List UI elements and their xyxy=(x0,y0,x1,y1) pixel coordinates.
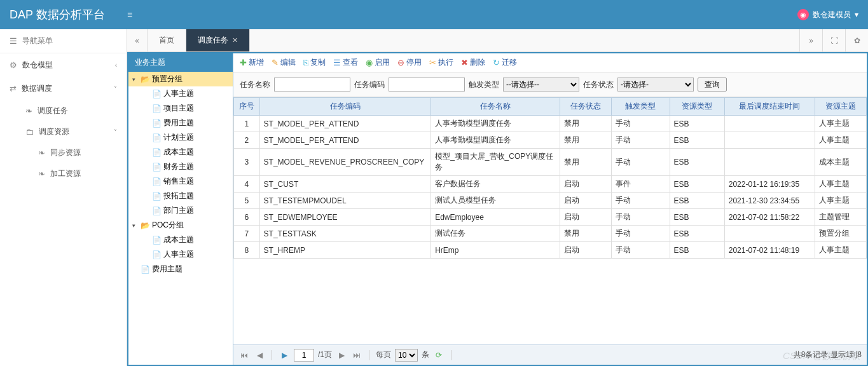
cell: 禁用 xyxy=(560,116,612,132)
fullscreen-icon[interactable]: ⛶ xyxy=(822,29,845,51)
cell: 主题管理 xyxy=(815,209,866,226)
menu-toggle-icon[interactable]: ≡ xyxy=(127,10,140,20)
nav-sub-tasks[interactable]: ❧ 调度任务 xyxy=(0,100,127,121)
cell: ESB xyxy=(670,209,724,226)
table-row[interactable]: 8ST_HREMPHrEmp启动手动ESB2021-07-02 11:48:19… xyxy=(234,242,867,259)
tree-node[interactable]: 📄项目主题 xyxy=(128,101,233,116)
migrate-icon: ↻ xyxy=(493,58,500,67)
task-name-input[interactable] xyxy=(274,78,350,92)
page-prev[interactable]: ◀ xyxy=(254,349,265,361)
tree-node[interactable]: 📄计划主题 xyxy=(128,130,233,145)
table-row[interactable]: 2ST_MODEL_PER_ATTEND人事考勤模型调度任务禁用手动ESB人事主… xyxy=(234,132,867,149)
nav-sub-label: 调度任务 xyxy=(38,105,68,116)
page-last[interactable]: ⏭ xyxy=(351,349,362,361)
pager: ⏮ ◀ ▶ /1页 ▶ ⏭ 每页 10 条 ⟳ 共8条记录,显示1到8 xyxy=(233,344,867,365)
cell: 人事考勤模型调度任务 xyxy=(431,116,560,132)
table-row[interactable]: 4ST_CUST客户数据任务启动事件ESB2022-01-12 16:19:35… xyxy=(234,176,867,193)
cell: 事件 xyxy=(612,176,670,193)
user-name: 数仓建模员 xyxy=(813,10,851,20)
tab-close-icon[interactable]: ✕ xyxy=(232,36,238,44)
cell: ST_HREMP xyxy=(259,242,431,259)
tree-node[interactable]: 📄投拓主题 xyxy=(128,189,233,203)
nav-item-model[interactable]: ⚙ 数仓模型 ‹ xyxy=(0,53,127,77)
pencil-icon: ✎ xyxy=(272,58,279,67)
file-icon: 📄 xyxy=(152,148,162,157)
tree-node[interactable]: 📄人事主题 xyxy=(128,247,233,262)
refresh-icon[interactable]: ⟳ xyxy=(433,349,444,361)
add-button[interactable]: ✚新增 xyxy=(240,57,264,68)
nav-subsub-proc[interactable]: ❧ 加工资源 xyxy=(0,163,127,184)
tree-node[interactable]: 📄部门主题 xyxy=(128,203,233,218)
tab-scroll-left[interactable]: « xyxy=(127,29,148,51)
cogs-icon: ⚙ xyxy=(10,60,17,70)
col-header[interactable]: 最后调度结束时间 xyxy=(724,98,815,116)
edit-button[interactable]: ✎编辑 xyxy=(272,57,296,68)
tree-node[interactable]: 📄费用主题 xyxy=(128,116,233,130)
exec-button[interactable]: ✂执行 xyxy=(429,57,453,68)
col-header[interactable]: 任务状态 xyxy=(560,98,612,116)
action-toolbar: ✚新增 ✎编辑 ⎘复制 ☰查看 ◉启用 ⊖停用 ✂执行 ✖删除 ↻迁移 xyxy=(233,53,867,72)
migrate-button[interactable]: ↻迁移 xyxy=(493,57,517,68)
folder-icon: 🗀 xyxy=(25,127,34,137)
nav-title-label: 导航菜单 xyxy=(22,36,53,46)
page-next[interactable]: ▶ xyxy=(336,349,347,361)
delete-button[interactable]: ✖删除 xyxy=(461,57,485,68)
col-header[interactable]: 触发类型 xyxy=(612,98,670,116)
view-button[interactable]: ☰查看 xyxy=(333,57,358,68)
query-button[interactable]: 查询 xyxy=(698,78,727,92)
cell: ST_CUST xyxy=(259,176,431,193)
cell: ESB xyxy=(670,193,724,209)
table-row[interactable]: 3ST_MODEL_REVENUE_PROSCREEN_COPY模型_项目大屏_… xyxy=(234,149,867,176)
table-row[interactable]: 1ST_MODEL_PER_ATTEND人事考勤模型调度任务禁用手动ESB人事主… xyxy=(234,116,867,132)
tab-active[interactable]: 调度任务 ✕ xyxy=(186,29,250,51)
page-input[interactable] xyxy=(294,349,314,362)
cell: 人事考勤模型调度任务 xyxy=(431,132,560,149)
tree-node[interactable]: ▾📂POC分组 xyxy=(128,218,233,233)
disable-button[interactable]: ⊖停用 xyxy=(397,57,422,68)
trigger-select[interactable]: --请选择-- xyxy=(503,78,579,92)
status-select[interactable]: -请选择- xyxy=(617,78,694,92)
col-header[interactable]: 序号 xyxy=(234,98,260,116)
col-header[interactable]: 资源主题 xyxy=(815,98,866,116)
copy-button[interactable]: ⎘复制 xyxy=(303,57,326,68)
header-user[interactable]: ◉ 数仓建模员 ▾ xyxy=(797,9,868,20)
table-row[interactable]: 7ST_TESTTASK测试任务禁用手动ESB预置分组 xyxy=(234,226,867,242)
cell: ESB xyxy=(670,149,724,176)
tree-node[interactable]: ▾📂预置分组 xyxy=(128,72,233,86)
col-header[interactable]: 任务名称 xyxy=(431,98,560,116)
nav-subsub-sync[interactable]: ❧ 同步资源 xyxy=(0,142,127,163)
cell xyxy=(724,132,815,149)
page-first[interactable]: ⏮ xyxy=(238,349,250,361)
enable-button[interactable]: ◉启用 xyxy=(366,57,390,68)
tree-node[interactable]: 📄销售主题 xyxy=(128,174,233,189)
col-header[interactable]: 资源类型 xyxy=(670,98,724,116)
cell: 手动 xyxy=(612,209,670,226)
tree-node[interactable]: 📄成本主题 xyxy=(128,233,233,247)
tab-home[interactable]: 首页 xyxy=(148,29,186,51)
per-page-select[interactable]: 10 xyxy=(395,349,418,362)
tree-node[interactable]: 📄人事主题 xyxy=(128,86,233,101)
table-row[interactable]: 5ST_TESTEMPMOUDEL测试人员模型任务启动手动ESB2021-12-… xyxy=(234,193,867,209)
task-code-input[interactable] xyxy=(389,78,465,92)
tree-node[interactable]: 📄成本主题 xyxy=(128,145,233,159)
cell: ESB xyxy=(670,226,724,242)
page-go[interactable]: ▶ xyxy=(279,349,290,361)
leaf-icon: ❧ xyxy=(38,148,45,158)
tree-label: 预置分组 xyxy=(152,74,183,85)
tree-label: 部门主题 xyxy=(163,205,194,216)
nav-item-schedule[interactable]: ⇄ 数据调度 ˅ xyxy=(0,77,127,100)
tree-label: 成本主题 xyxy=(163,234,194,245)
tree-label: 人事主题 xyxy=(163,249,194,260)
nav-sub-resources[interactable]: 🗀 调度资源 ˅ xyxy=(0,121,127,142)
cell: ESB xyxy=(670,176,724,193)
tree-label: 投拓主题 xyxy=(163,191,194,201)
cell: 4 xyxy=(234,176,260,193)
gear-icon[interactable]: ✿ xyxy=(845,29,868,51)
cell xyxy=(724,149,815,176)
tab-scroll-right[interactable]: » xyxy=(799,29,822,51)
tree-node[interactable]: 📄费用主题 xyxy=(128,262,233,276)
table-row[interactable]: 6ST_EDWEMPLOYEEEdwEmployee启动手动ESB2021-07… xyxy=(234,209,867,226)
tree-node[interactable]: 📄财务主题 xyxy=(128,159,233,174)
col-header[interactable]: 任务编码 xyxy=(259,98,431,116)
shuffle-icon: ⇄ xyxy=(10,84,17,93)
